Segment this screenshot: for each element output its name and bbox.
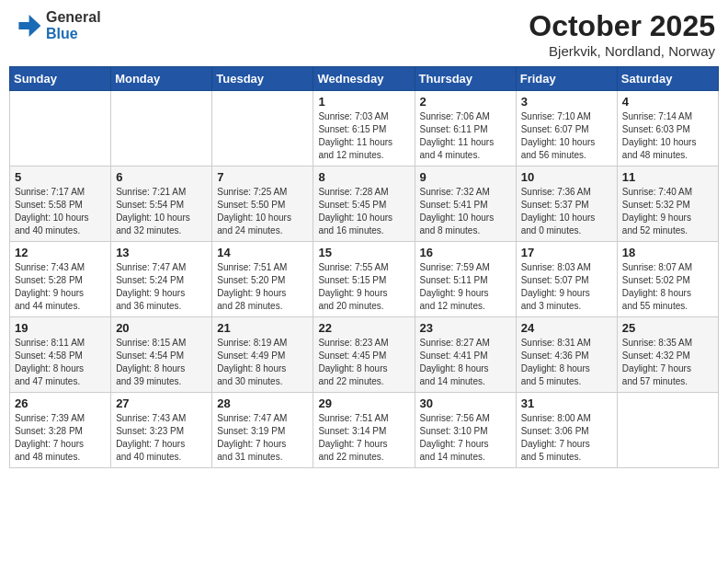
day-number: 28 (217, 396, 308, 410)
calendar-cell: 23Sunrise: 8:27 AM Sunset: 4:41 PM Dayli… (415, 317, 516, 393)
weekday-header-row: SundayMondayTuesdayWednesdayThursdayFrid… (10, 67, 719, 91)
day-info: Sunrise: 7:25 AM Sunset: 5:50 PM Dayligh… (217, 186, 308, 237)
logo-icon (13, 11, 42, 40)
calendar-cell: 29Sunrise: 7:51 AM Sunset: 3:14 PM Dayli… (313, 393, 415, 468)
calendar-cell: 22Sunrise: 8:23 AM Sunset: 4:45 PM Dayli… (313, 317, 415, 393)
calendar-cell: 21Sunrise: 8:19 AM Sunset: 4:49 PM Dayli… (212, 317, 313, 393)
weekday-header: Saturday (617, 67, 718, 91)
day-info: Sunrise: 7:39 AM Sunset: 3:28 PM Dayligh… (15, 412, 106, 464)
weekday-header: Friday (516, 67, 617, 91)
day-info: Sunrise: 7:43 AM Sunset: 3:23 PM Dayligh… (116, 412, 207, 464)
day-info: Sunrise: 7:17 AM Sunset: 5:58 PM Dayligh… (15, 186, 106, 237)
page-header: General Blue October 2025 Bjerkvik, Nord… (9, 9, 719, 59)
calendar-cell: 10Sunrise: 7:36 AM Sunset: 5:37 PM Dayli… (516, 167, 617, 242)
day-number: 10 (521, 170, 612, 184)
calendar-cell (617, 393, 718, 468)
day-number: 2 (420, 95, 511, 109)
calendar-week-row: 12Sunrise: 7:43 AM Sunset: 5:28 PM Dayli… (10, 242, 719, 317)
day-info: Sunrise: 7:21 AM Sunset: 5:54 PM Dayligh… (116, 186, 207, 237)
day-number: 24 (521, 321, 612, 335)
calendar-cell: 25Sunrise: 8:35 AM Sunset: 4:32 PM Dayli… (617, 317, 718, 393)
day-info: Sunrise: 7:56 AM Sunset: 3:10 PM Dayligh… (420, 412, 511, 464)
day-info: Sunrise: 8:23 AM Sunset: 4:45 PM Dayligh… (318, 337, 409, 388)
calendar-cell: 13Sunrise: 7:47 AM Sunset: 5:24 PM Dayli… (111, 242, 212, 317)
weekday-header: Sunday (10, 67, 111, 91)
weekday-header: Thursday (415, 67, 516, 91)
calendar-cell: 26Sunrise: 7:39 AM Sunset: 3:28 PM Dayli… (10, 393, 111, 468)
day-info: Sunrise: 7:59 AM Sunset: 5:11 PM Dayligh… (420, 261, 511, 313)
calendar-cell: 24Sunrise: 8:31 AM Sunset: 4:36 PM Dayli… (516, 317, 617, 393)
weekday-header: Wednesday (313, 67, 415, 91)
day-info: Sunrise: 8:07 AM Sunset: 5:02 PM Dayligh… (622, 261, 713, 313)
calendar-cell: 8Sunrise: 7:28 AM Sunset: 5:45 PM Daylig… (313, 167, 415, 242)
day-info: Sunrise: 8:11 AM Sunset: 4:58 PM Dayligh… (15, 337, 106, 388)
day-number: 5 (15, 170, 106, 184)
day-info: Sunrise: 7:36 AM Sunset: 5:37 PM Dayligh… (521, 186, 612, 237)
calendar-cell: 31Sunrise: 8:00 AM Sunset: 3:06 PM Dayli… (516, 393, 617, 468)
day-number: 4 (622, 95, 713, 109)
calendar-cell: 6Sunrise: 7:21 AM Sunset: 5:54 PM Daylig… (111, 167, 212, 242)
day-info: Sunrise: 7:51 AM Sunset: 5:20 PM Dayligh… (217, 261, 308, 313)
day-number: 27 (116, 396, 207, 410)
calendar-cell: 1Sunrise: 7:03 AM Sunset: 6:15 PM Daylig… (313, 91, 415, 167)
logo-text: General Blue (46, 9, 101, 41)
logo: General Blue (13, 9, 101, 41)
day-info: Sunrise: 7:40 AM Sunset: 5:32 PM Dayligh… (622, 186, 713, 237)
day-number: 25 (622, 321, 713, 335)
calendar-cell: 14Sunrise: 7:51 AM Sunset: 5:20 PM Dayli… (212, 242, 313, 317)
day-info: Sunrise: 7:32 AM Sunset: 5:41 PM Dayligh… (420, 186, 511, 237)
calendar-cell: 16Sunrise: 7:59 AM Sunset: 5:11 PM Dayli… (415, 242, 516, 317)
day-number: 16 (420, 246, 511, 259)
calendar-cell: 19Sunrise: 8:11 AM Sunset: 4:58 PM Dayli… (10, 317, 111, 393)
day-info: Sunrise: 7:51 AM Sunset: 3:14 PM Dayligh… (318, 412, 409, 464)
day-info: Sunrise: 7:14 AM Sunset: 6:03 PM Dayligh… (622, 110, 713, 162)
calendar-week-row: 26Sunrise: 7:39 AM Sunset: 3:28 PM Dayli… (10, 393, 719, 468)
day-number: 21 (217, 321, 308, 335)
day-number: 3 (521, 95, 612, 109)
day-info: Sunrise: 7:55 AM Sunset: 5:15 PM Dayligh… (318, 261, 409, 313)
day-number: 26 (15, 396, 106, 410)
day-number: 1 (318, 95, 409, 109)
calendar-week-row: 1Sunrise: 7:03 AM Sunset: 6:15 PM Daylig… (10, 91, 719, 167)
calendar-cell (10, 91, 111, 167)
day-info: Sunrise: 7:43 AM Sunset: 5:28 PM Dayligh… (15, 261, 106, 313)
calendar-cell: 9Sunrise: 7:32 AM Sunset: 5:41 PM Daylig… (415, 167, 516, 242)
day-number: 9 (420, 170, 511, 184)
day-number: 30 (420, 396, 511, 410)
calendar-cell: 2Sunrise: 7:06 AM Sunset: 6:11 PM Daylig… (415, 91, 516, 167)
day-number: 6 (116, 170, 207, 184)
calendar-cell: 3Sunrise: 7:10 AM Sunset: 6:07 PM Daylig… (516, 91, 617, 167)
day-number: 19 (15, 321, 106, 335)
calendar-cell: 30Sunrise: 7:56 AM Sunset: 3:10 PM Dayli… (415, 393, 516, 468)
calendar-cell: 15Sunrise: 7:55 AM Sunset: 5:15 PM Dayli… (313, 242, 415, 317)
day-number: 17 (521, 246, 612, 259)
calendar-cell: 11Sunrise: 7:40 AM Sunset: 5:32 PM Dayli… (617, 167, 718, 242)
day-number: 13 (116, 246, 207, 259)
day-number: 12 (15, 246, 106, 259)
title-block: October 2025 Bjerkvik, Nordland, Norway (529, 9, 715, 59)
day-info: Sunrise: 8:31 AM Sunset: 4:36 PM Dayligh… (521, 337, 612, 388)
day-number: 7 (217, 170, 308, 184)
calendar-cell (111, 91, 212, 167)
day-number: 20 (116, 321, 207, 335)
day-info: Sunrise: 8:03 AM Sunset: 5:07 PM Dayligh… (521, 261, 612, 313)
calendar-week-row: 5Sunrise: 7:17 AM Sunset: 5:58 PM Daylig… (10, 167, 719, 242)
day-number: 15 (318, 246, 409, 259)
day-info: Sunrise: 8:27 AM Sunset: 4:41 PM Dayligh… (420, 337, 511, 388)
day-info: Sunrise: 7:47 AM Sunset: 3:19 PM Dayligh… (217, 412, 308, 464)
weekday-header: Tuesday (212, 67, 313, 91)
calendar-cell: 18Sunrise: 8:07 AM Sunset: 5:02 PM Dayli… (617, 242, 718, 317)
day-info: Sunrise: 7:06 AM Sunset: 6:11 PM Dayligh… (420, 110, 511, 162)
day-number: 11 (622, 170, 713, 184)
weekday-header: Monday (111, 67, 212, 91)
day-number: 14 (217, 246, 308, 259)
day-number: 8 (318, 170, 409, 184)
calendar-table: SundayMondayTuesdayWednesdayThursdayFrid… (9, 66, 719, 468)
day-number: 31 (521, 396, 612, 410)
logo-line1: General (46, 9, 101, 26)
calendar-cell: 20Sunrise: 8:15 AM Sunset: 4:54 PM Dayli… (111, 317, 212, 393)
calendar-cell (212, 91, 313, 167)
svg-marker-0 (18, 15, 40, 37)
calendar-cell: 17Sunrise: 8:03 AM Sunset: 5:07 PM Dayli… (516, 242, 617, 317)
month-title: October 2025 (529, 9, 715, 43)
